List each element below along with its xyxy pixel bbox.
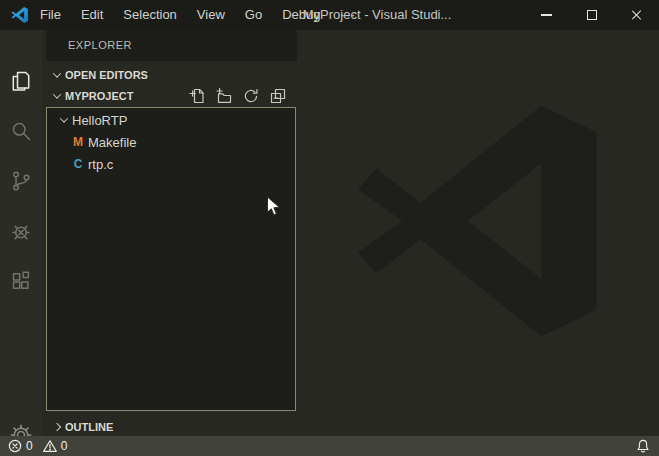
explorer-sidebar: EXPLORER OPEN EDITORS MYPROJECT bbox=[42, 30, 298, 436]
refresh-icon[interactable] bbox=[243, 88, 259, 104]
menu-view[interactable]: View bbox=[187, 0, 235, 30]
search-icon[interactable] bbox=[9, 119, 33, 143]
new-file-icon[interactable] bbox=[189, 88, 205, 104]
collapse-all-icon[interactable] bbox=[270, 88, 286, 104]
maximize-icon bbox=[587, 10, 597, 20]
errors-icon bbox=[8, 439, 22, 453]
section-myproject[interactable]: MYPROJECT bbox=[42, 86, 298, 106]
editor-area bbox=[298, 30, 659, 436]
section-label: OUTLINE bbox=[65, 421, 113, 433]
problems-indicator[interactable]: 0 0 bbox=[8, 439, 73, 453]
menu-file[interactable]: File bbox=[30, 0, 71, 30]
explorer-icon[interactable] bbox=[9, 69, 33, 93]
tree-item-file[interactable]: M Makefile bbox=[47, 131, 295, 153]
vscode-logo-icon bbox=[11, 6, 29, 24]
file-label: rtp.c bbox=[88, 157, 113, 172]
file-label: Makefile bbox=[88, 135, 136, 150]
chevron-right-icon bbox=[53, 423, 61, 431]
file-tree-panel: HelloRTP M Makefile C rtp.c bbox=[46, 107, 296, 411]
extensions-icon[interactable] bbox=[9, 269, 33, 293]
activity-bar: 1 bbox=[0, 30, 42, 436]
window-controls bbox=[524, 0, 659, 30]
chevron-down-icon bbox=[53, 90, 61, 98]
section-outline[interactable]: OUTLINE bbox=[42, 417, 298, 437]
title-bar: File Edit Selection View Go Debug ··· My… bbox=[0, 0, 659, 30]
minimize-icon bbox=[541, 14, 552, 16]
error-count: 0 bbox=[26, 439, 33, 453]
section-actions bbox=[189, 88, 286, 104]
sidebar-title-area: EXPLORER bbox=[46, 30, 297, 61]
minimize-button[interactable] bbox=[524, 0, 569, 30]
menu-selection[interactable]: Selection bbox=[113, 0, 186, 30]
warning-count: 0 bbox=[61, 439, 68, 453]
tree-item-file[interactable]: C rtp.c bbox=[47, 153, 295, 175]
menu-go[interactable]: Go bbox=[235, 0, 272, 30]
new-folder-icon[interactable] bbox=[216, 88, 232, 104]
section-label: OPEN EDITORS bbox=[65, 69, 148, 81]
source-control-icon[interactable] bbox=[9, 169, 33, 193]
warnings-icon bbox=[43, 439, 57, 453]
notifications-bell-icon[interactable] bbox=[636, 439, 650, 453]
section-label: MYPROJECT bbox=[65, 90, 133, 102]
folder-label: HelloRTP bbox=[72, 113, 127, 128]
window-title: MyProject - Visual Studi... bbox=[303, 0, 452, 30]
tree-item-folder[interactable]: HelloRTP bbox=[47, 109, 295, 131]
makefile-file-icon: M bbox=[70, 135, 86, 149]
menu-edit[interactable]: Edit bbox=[71, 0, 113, 30]
c-file-icon: C bbox=[70, 157, 86, 171]
debug-icon[interactable] bbox=[9, 219, 33, 243]
vscode-watermark-logo bbox=[350, 90, 612, 352]
maximize-button[interactable] bbox=[569, 0, 614, 30]
close-button[interactable] bbox=[614, 0, 659, 30]
chevron-down-icon bbox=[53, 69, 61, 77]
section-open-editors[interactable]: OPEN EDITORS bbox=[42, 65, 298, 85]
status-bar: 0 0 bbox=[0, 436, 659, 456]
chevron-down-icon bbox=[60, 114, 68, 122]
sidebar-title: EXPLORER bbox=[68, 30, 132, 61]
close-icon bbox=[631, 9, 643, 21]
